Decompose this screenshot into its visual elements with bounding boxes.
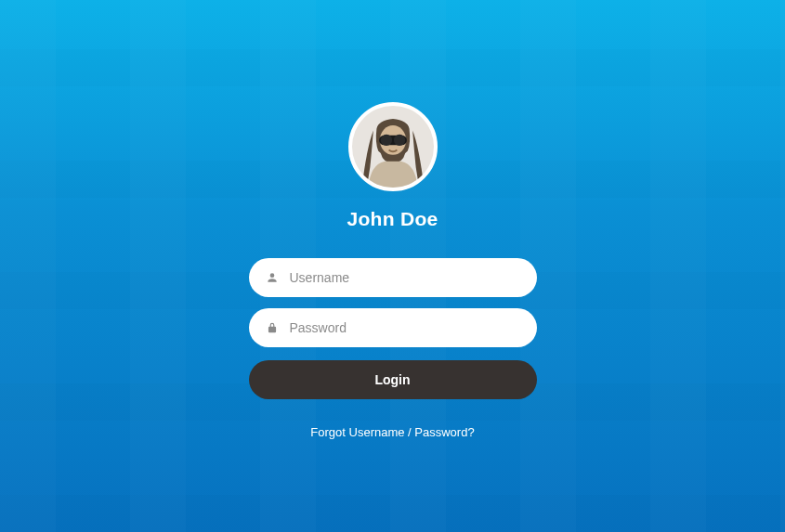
- username-field-wrap[interactable]: [249, 258, 537, 297]
- user-name: John Doe: [347, 208, 438, 230]
- user-icon: [266, 271, 279, 284]
- login-button[interactable]: Login: [249, 360, 537, 399]
- avatar: [348, 102, 438, 191]
- forgot-credentials-link[interactable]: Forgot Username / Password?: [310, 425, 474, 439]
- login-form: John Doe Login Forgot Username / Passwor…: [249, 102, 537, 439]
- lock-icon: [266, 321, 279, 334]
- username-input[interactable]: [290, 270, 520, 285]
- avatar-image: [352, 106, 434, 188]
- password-field-wrap[interactable]: [249, 308, 537, 347]
- svg-point-3: [380, 135, 391, 146]
- password-input[interactable]: [290, 320, 520, 335]
- svg-point-4: [393, 135, 404, 146]
